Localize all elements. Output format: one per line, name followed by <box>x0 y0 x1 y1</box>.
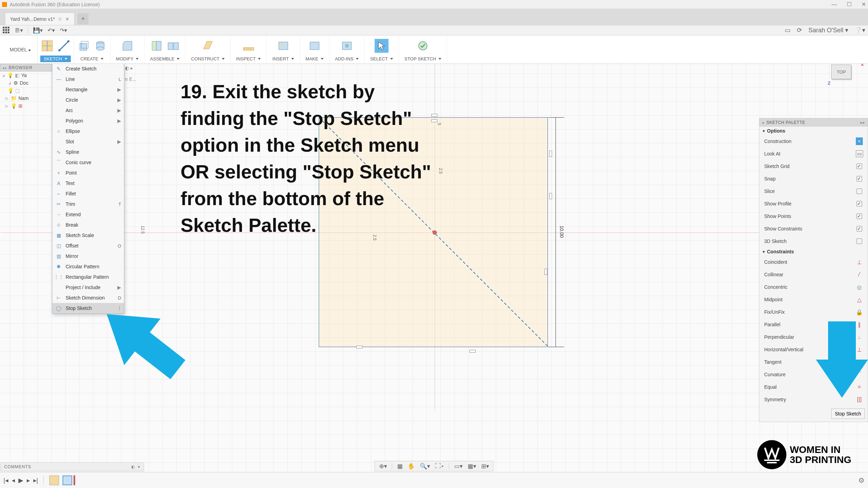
tab-close-icon[interactable]: ✕ <box>65 16 69 22</box>
viewport-icon[interactable]: ⊞▾ <box>481 463 489 470</box>
canvas[interactable]: 10.00 5 2.5 2.5 12.5 BROWSER ⊿💡◧Ya ⊿⚙Doc… <box>0 64 868 488</box>
menu-item-spline[interactable]: ∿Spline <box>52 147 124 157</box>
checkbox[interactable] <box>857 201 862 207</box>
ribbon-modify[interactable]: MODIFY <box>110 35 145 64</box>
settings-icon[interactable]: ⚙ <box>858 476 865 485</box>
stop-sketch-button[interactable]: Stop Sketch <box>831 409 865 419</box>
ribbon-stop-sketch[interactable]: STOP SKETCH <box>399 35 447 64</box>
job-status-icon[interactable]: ⟳ <box>797 26 802 34</box>
menu-item-stop-sketch[interactable]: ◯Stop Sketch⋮ <box>52 303 124 313</box>
menu-item-create-sketch[interactable]: ✎Create Sketch <box>52 64 124 74</box>
ribbon-sketch[interactable]: SKETCH <box>37 35 74 64</box>
constraint-midpoint[interactable]: Midpoint△ <box>759 293 868 306</box>
handle-right-1[interactable] <box>549 151 552 157</box>
extensions-icon[interactable]: ▭ <box>785 26 791 34</box>
dimension-value[interactable]: 10.00 <box>559 226 565 238</box>
option-snap[interactable]: Snap <box>759 173 868 185</box>
checkbox[interactable] <box>857 188 862 194</box>
ribbon-label-create[interactable]: CREATE <box>77 56 107 62</box>
ribbon-assemble[interactable]: ASSEMBLE <box>144 35 185 64</box>
ribbon-insert[interactable]: INSERT <box>267 35 300 64</box>
joint-icon[interactable] <box>150 39 164 53</box>
comments-bar[interactable]: COMMENTS ◐▾ <box>0 462 144 471</box>
fillet-icon[interactable] <box>120 39 134 53</box>
measure-icon[interactable] <box>242 39 256 53</box>
viewcube-face[interactable]: TOP <box>831 65 851 79</box>
menu-item-sketch-dimension[interactable]: ⊢Sketch DimensionD <box>52 293 124 303</box>
ribbon-label-insert[interactable]: INSERT <box>269 56 297 62</box>
ribbon-select[interactable]: SELECT <box>365 35 399 64</box>
assemble-icon[interactable] <box>166 39 180 53</box>
checkbox[interactable] <box>857 238 862 244</box>
print-icon[interactable] <box>308 39 322 53</box>
component-ellipsis[interactable]: n E... <box>125 76 136 82</box>
more-icon[interactable]: ⋮ <box>117 305 122 311</box>
checkbox[interactable] <box>857 163 862 169</box>
extrude-icon[interactable] <box>77 39 91 53</box>
timeline-start[interactable]: |◂ <box>3 477 8 484</box>
browser-doc[interactable]: ⊿⚙Doc <box>0 79 55 87</box>
menu-item-circle[interactable]: Circle▶ <box>52 95 124 105</box>
menu-item-slot[interactable]: Slot▶ <box>52 136 124 147</box>
data-panel-icon[interactable] <box>3 27 10 34</box>
maximize-button[interactable]: ☐ <box>847 1 852 8</box>
browser-empty[interactable]: 💡▢ <box>0 87 55 94</box>
lookAt-icon[interactable]: ▭ <box>856 150 863 157</box>
pan-icon[interactable]: ✋ <box>408 463 415 470</box>
handle-right-2[interactable] <box>549 193 552 199</box>
ribbon-label-inspect[interactable]: INSPECT <box>233 56 264 62</box>
menu-item-polygon[interactable]: Polygon▶ <box>52 116 124 126</box>
construction-button[interactable]: < <box>856 137 863 145</box>
handle-bottom-2[interactable] <box>469 350 476 353</box>
zoom-icon[interactable]: 🔍▾ <box>420 463 430 470</box>
ribbon-label-select[interactable]: SELECT <box>367 56 397 62</box>
menu-item-arc[interactable]: Arc▶ <box>52 105 124 116</box>
timeline-marker[interactable]: ▎ <box>74 476 80 485</box>
menu-item-sketch-scale[interactable]: ▦Sketch Scale <box>52 230 124 241</box>
grid-icon[interactable]: ▦▾ <box>468 463 476 470</box>
ribbon-label-addins[interactable]: ADD-INS <box>332 56 362 62</box>
decal-icon[interactable] <box>276 39 290 53</box>
display-toggles[interactable]: ◐▸ <box>125 65 133 71</box>
menu-item-line[interactable]: —LineL <box>52 74 124 84</box>
plane-icon[interactable] <box>201 39 215 53</box>
ribbon-label-modify[interactable]: MODIFY <box>112 56 142 62</box>
browser-header[interactable]: BROWSER <box>0 64 55 71</box>
checkbox[interactable] <box>857 226 862 232</box>
menu-item-extend[interactable]: →Extend <box>52 209 124 220</box>
option-slice[interactable]: Slice <box>759 185 868 197</box>
menu-item-fillet[interactable]: ⌐Fillet <box>52 188 124 199</box>
fit-icon[interactable]: ⛶▾ <box>435 463 444 470</box>
browser-origin[interactable]: ▷💡⊞ <box>0 102 55 110</box>
menu-item-point[interactable]: +Point <box>52 168 124 178</box>
stop-sketch-icon[interactable] <box>416 39 430 53</box>
ribbon-construct[interactable]: CONSTRUCT <box>185 35 231 64</box>
menu-item-ellipse[interactable]: ○Ellipse <box>52 126 124 136</box>
constraint-coincident[interactable]: Coincident⊥ <box>759 256 868 268</box>
palette-options-header[interactable]: Options <box>759 127 868 135</box>
menu-item-text[interactable]: AText <box>52 178 124 188</box>
new-tab-button[interactable]: + <box>77 13 89 24</box>
timeline-fwd[interactable]: ▸ <box>27 477 30 484</box>
document-tab[interactable]: Yard Yah...Demo v1* ✕ <box>5 12 75 25</box>
ribbon-label-sketch[interactable]: SKETCH <box>40 56 71 62</box>
option-3d-sketch[interactable]: 3D Sketch <box>759 235 868 247</box>
menu-item-rectangular-pattern[interactable]: ⋮⋮Rectangular Pattern <box>52 272 124 282</box>
menu-item-offset[interactable]: ◫OffsetO <box>52 241 124 251</box>
line-icon[interactable] <box>57 39 71 53</box>
help-icon[interactable]: ❔▾ <box>854 26 865 34</box>
ribbon-make[interactable]: MAKE <box>300 35 329 64</box>
orbit-icon[interactable]: ⊕▾ <box>379 463 387 470</box>
minimize-button[interactable]: — <box>832 1 837 8</box>
option-look-at[interactable]: Look At▭ <box>759 148 868 160</box>
timeline-end[interactable]: ▸| <box>33 477 38 484</box>
timeline-feature-1[interactable] <box>49 476 59 485</box>
option-show-points[interactable]: Show Points <box>759 210 868 222</box>
option-show-constraints[interactable]: Show Constraints <box>759 222 868 235</box>
cylinder-icon[interactable] <box>93 39 107 53</box>
addins-icon[interactable]: ⚙ <box>340 39 354 53</box>
browser-root[interactable]: ⊿💡◧Ya <box>0 71 55 79</box>
menu-item-mirror[interactable]: ▥Mirror <box>52 251 124 261</box>
pin-icon[interactable]: ▸▸ <box>860 120 865 125</box>
menu-item-project-include[interactable]: Project / Include▶ <box>52 282 124 293</box>
